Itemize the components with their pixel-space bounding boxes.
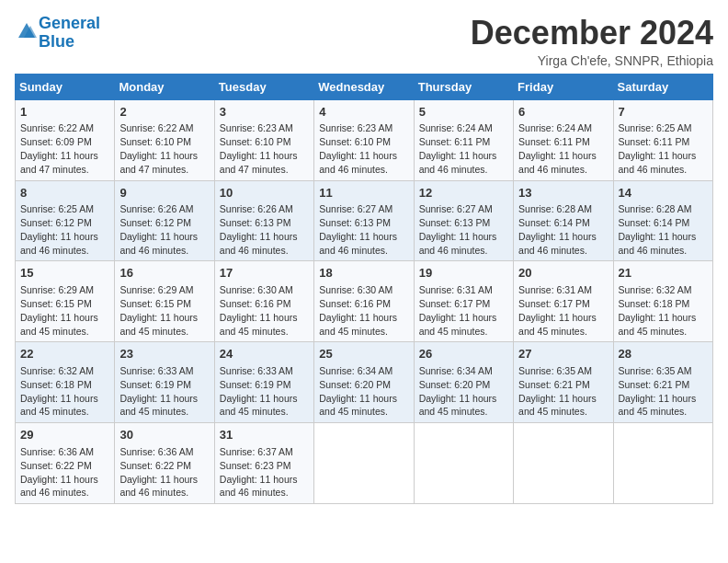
cell-content: Sunrise: 6:22 AMSunset: 6:09 PMDaylight:… [20,122,98,175]
cell-content: Sunrise: 6:26 AMSunset: 6:13 PMDaylight:… [220,203,298,256]
calendar-cell: 10 Sunrise: 6:26 AMSunset: 6:13 PMDaylig… [214,180,313,261]
cell-content: Sunrise: 6:25 AMSunset: 6:12 PMDaylight:… [20,203,98,256]
calendar-cell: 27 Sunrise: 6:35 AMSunset: 6:21 PMDaylig… [514,342,613,423]
day-number: 31 [220,427,309,443]
dow-header-wednesday: Wednesday [314,74,414,99]
cell-content: Sunrise: 6:37 AMSunset: 6:23 PMDaylight:… [220,446,298,499]
calendar-cell: 3 Sunrise: 6:23 AMSunset: 6:10 PMDayligh… [214,99,313,180]
calendar-cell: 23 Sunrise: 6:33 AMSunset: 6:19 PMDaylig… [115,342,214,423]
calendar-cell [613,423,712,504]
day-number: 3 [220,104,309,121]
cell-content: Sunrise: 6:23 AMSunset: 6:10 PMDaylight:… [319,122,397,175]
cell-content: Sunrise: 6:23 AMSunset: 6:10 PMDaylight:… [220,122,298,175]
cell-content: Sunrise: 6:36 AMSunset: 6:22 PMDaylight:… [119,446,198,499]
logo-icon [17,21,37,41]
day-number: 17 [220,265,309,282]
calendar-cell: 28 Sunrise: 6:35 AMSunset: 6:21 PMDaylig… [613,342,712,423]
calendar-cell: 21 Sunrise: 6:32 AMSunset: 6:18 PMDaylig… [613,261,712,342]
cell-content: Sunrise: 6:35 AMSunset: 6:21 PMDaylight:… [518,365,597,418]
day-number: 30 [119,427,209,443]
calendar-week-1: 1 Sunrise: 6:22 AMSunset: 6:09 PMDayligh… [16,99,713,180]
location: Yirga Ch'efe, SNNPR, Ethiopia [471,53,713,68]
logo-text: General Blue [39,15,100,52]
cell-content: Sunrise: 6:30 AMSunset: 6:16 PMDaylight:… [319,284,397,337]
calendar-cell: 11 Sunrise: 6:27 AMSunset: 6:13 PMDaylig… [314,180,414,261]
day-number: 6 [518,104,608,121]
calendar-cell: 31 Sunrise: 6:37 AMSunset: 6:23 PMDaylig… [214,423,313,504]
cell-content: Sunrise: 6:27 AMSunset: 6:13 PMDaylight:… [319,203,397,256]
day-number: 7 [619,104,708,121]
calendar-cell: 30 Sunrise: 6:36 AMSunset: 6:22 PMDaylig… [115,423,214,504]
calendar-cell: 5 Sunrise: 6:24 AMSunset: 6:11 PMDayligh… [414,99,513,180]
calendar-cell: 24 Sunrise: 6:33 AMSunset: 6:19 PMDaylig… [214,342,313,423]
day-number: 23 [119,346,209,362]
day-number: 1 [20,104,109,121]
logo: General Blue [15,15,100,52]
calendar-cell: 25 Sunrise: 6:34 AMSunset: 6:20 PMDaylig… [314,342,414,423]
cell-content: Sunrise: 6:30 AMSunset: 6:16 PMDaylight:… [220,284,298,337]
calendar-cell: 18 Sunrise: 6:30 AMSunset: 6:16 PMDaylig… [314,261,414,342]
page-header: General Blue December 2024 Yirga Ch'efe,… [15,15,713,68]
day-number: 4 [319,104,408,121]
day-number: 9 [119,185,209,201]
day-number: 21 [619,265,708,282]
dow-header-friday: Friday [514,74,613,99]
day-number: 27 [518,346,608,362]
day-number: 10 [220,185,309,201]
cell-content: Sunrise: 6:29 AMSunset: 6:15 PMDaylight:… [20,284,98,337]
day-number: 11 [319,185,408,201]
calendar-cell: 4 Sunrise: 6:23 AMSunset: 6:10 PMDayligh… [314,99,414,180]
cell-content: Sunrise: 6:28 AMSunset: 6:14 PMDaylight:… [518,203,597,256]
day-number: 18 [319,265,408,282]
cell-content: Sunrise: 6:24 AMSunset: 6:11 PMDaylight:… [419,122,497,175]
cell-content: Sunrise: 6:33 AMSunset: 6:19 PMDaylight:… [119,365,198,418]
day-number: 28 [619,346,708,362]
title-section: December 2024 Yirga Ch'efe, SNNPR, Ethio… [471,15,713,68]
calendar-cell: 12 Sunrise: 6:27 AMSunset: 6:13 PMDaylig… [414,180,513,261]
day-number: 29 [20,427,109,443]
cell-content: Sunrise: 6:36 AMSunset: 6:22 PMDaylight:… [20,446,98,499]
day-number: 14 [619,185,708,201]
calendar-week-2: 8 Sunrise: 6:25 AMSunset: 6:12 PMDayligh… [16,180,713,261]
calendar-cell: 14 Sunrise: 6:28 AMSunset: 6:14 PMDaylig… [613,180,712,261]
cell-content: Sunrise: 6:24 AMSunset: 6:11 PMDaylight:… [518,122,597,175]
cell-content: Sunrise: 6:33 AMSunset: 6:19 PMDaylight:… [220,365,298,418]
cell-content: Sunrise: 6:28 AMSunset: 6:14 PMDaylight:… [619,203,697,256]
cell-content: Sunrise: 6:29 AMSunset: 6:15 PMDaylight:… [119,284,198,337]
cell-content: Sunrise: 6:32 AMSunset: 6:18 PMDaylight:… [619,284,697,337]
dow-header-monday: Monday [115,74,214,99]
dow-header-saturday: Saturday [613,74,712,99]
calendar-cell [514,423,613,504]
cell-content: Sunrise: 6:32 AMSunset: 6:18 PMDaylight:… [20,365,98,418]
calendar-cell: 16 Sunrise: 6:29 AMSunset: 6:15 PMDaylig… [115,261,214,342]
calendar-body: 1 Sunrise: 6:22 AMSunset: 6:09 PMDayligh… [16,99,713,504]
calendar-cell: 2 Sunrise: 6:22 AMSunset: 6:10 PMDayligh… [115,99,214,180]
calendar-week-3: 15 Sunrise: 6:29 AMSunset: 6:15 PMDaylig… [16,261,713,342]
day-number: 19 [419,265,508,282]
day-number: 16 [119,265,209,282]
calendar-cell [414,423,513,504]
cell-content: Sunrise: 6:35 AMSunset: 6:21 PMDaylight:… [619,365,697,418]
cell-content: Sunrise: 6:22 AMSunset: 6:10 PMDaylight:… [119,122,198,175]
cell-content: Sunrise: 6:34 AMSunset: 6:20 PMDaylight:… [419,365,497,418]
day-number: 13 [518,185,608,201]
day-number: 2 [119,104,209,121]
cell-content: Sunrise: 6:31 AMSunset: 6:17 PMDaylight:… [518,284,597,337]
calendar-cell: 13 Sunrise: 6:28 AMSunset: 6:14 PMDaylig… [514,180,613,261]
day-number: 15 [20,265,109,282]
calendar-cell: 17 Sunrise: 6:30 AMSunset: 6:16 PMDaylig… [214,261,313,342]
cell-content: Sunrise: 6:26 AMSunset: 6:12 PMDaylight:… [119,203,198,256]
calendar-cell [314,423,414,504]
day-of-week-row: SundayMondayTuesdayWednesdayThursdayFrid… [16,74,713,99]
calendar-cell: 15 Sunrise: 6:29 AMSunset: 6:15 PMDaylig… [16,261,115,342]
calendar-cell: 7 Sunrise: 6:25 AMSunset: 6:11 PMDayligh… [613,99,712,180]
calendar-week-4: 22 Sunrise: 6:32 AMSunset: 6:18 PMDaylig… [16,342,713,423]
calendar-cell: 9 Sunrise: 6:26 AMSunset: 6:12 PMDayligh… [115,180,214,261]
cell-content: Sunrise: 6:25 AMSunset: 6:11 PMDaylight:… [619,122,697,175]
day-number: 22 [20,346,109,362]
cell-content: Sunrise: 6:31 AMSunset: 6:17 PMDaylight:… [419,284,497,337]
calendar-cell: 1 Sunrise: 6:22 AMSunset: 6:09 PMDayligh… [16,99,115,180]
calendar-cell: 26 Sunrise: 6:34 AMSunset: 6:20 PMDaylig… [414,342,513,423]
calendar-cell: 19 Sunrise: 6:31 AMSunset: 6:17 PMDaylig… [414,261,513,342]
dow-header-sunday: Sunday [16,74,115,99]
